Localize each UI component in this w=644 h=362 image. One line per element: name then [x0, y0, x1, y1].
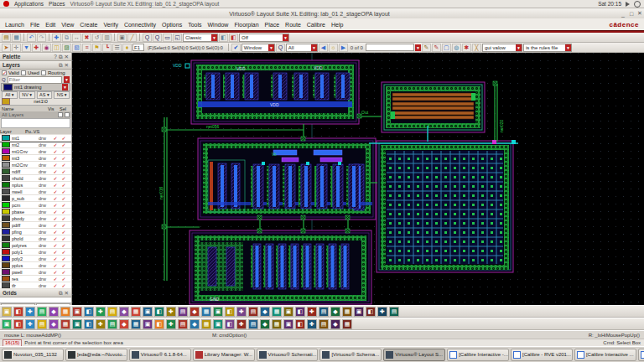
layout-tool-icon[interactable]: ▤	[37, 307, 47, 317]
layer-select-checkbox[interactable]: ✓	[60, 235, 68, 241]
layer-row-ndiff[interactable]: ndiffdrw✓✓	[0, 168, 71, 175]
layout-tool-icon[interactable]: ▤	[178, 319, 188, 329]
layer-select-checkbox[interactable]: ✓	[60, 135, 68, 141]
layout-tool-icon[interactable]: ◧	[295, 307, 305, 317]
layout-tool-icon[interactable]: ◧	[366, 307, 376, 317]
search-combo-arrow-icon[interactable]: ▼	[415, 44, 421, 51]
layout-tool-icon[interactable]: ▦	[342, 307, 352, 317]
search-icon[interactable]: Q	[276, 44, 285, 52]
pad-icon[interactable]: ▧	[72, 44, 81, 52]
menu-view[interactable]: View	[61, 22, 74, 28]
menu-connectivity[interactable]: Connectivity	[124, 22, 156, 28]
layer-visible-checkbox[interactable]: ✓	[51, 229, 60, 235]
layout-tool-icon[interactable]: ▣	[143, 307, 153, 317]
grids-section-header[interactable]: Grids ⧉✕	[0, 289, 71, 297]
palette-icon[interactable]: ◫	[52, 44, 61, 52]
layout-tool-icon[interactable]: ✚	[377, 307, 387, 317]
layout-tool-icon[interactable]: ▣	[283, 307, 293, 317]
undock-icon[interactable]: ⧉	[59, 54, 63, 60]
brush2-icon[interactable]: ✎	[432, 44, 441, 52]
layer-select-checkbox[interactable]: ✓	[60, 249, 68, 255]
lamp-icon[interactable]: ♦	[122, 44, 132, 52]
active-layer-combo[interactable]: mt1 drawing ▼	[1, 83, 70, 91]
layer-visible-checkbox[interactable]: ✓	[51, 269, 60, 275]
layer-select-checkbox[interactable]: ✓	[60, 168, 68, 174]
f-key-field[interactable]	[132, 44, 144, 51]
applications-menu[interactable]: Applications	[14, 1, 44, 7]
menu-create[interactable]: Create	[80, 22, 97, 28]
net-group-tab[interactable]: net1\0	[12, 99, 70, 104]
layout-tool-icon[interactable]: ▣	[72, 319, 82, 329]
layout-tool-icon[interactable]: ✚	[166, 319, 176, 329]
layer-row-mt1Cnv[interactable]: mt1Cnvdrw✓✓	[0, 148, 71, 155]
maximize-button[interactable]: □	[627, 11, 636, 17]
cross-icon[interactable]: ✚	[32, 44, 41, 52]
layout-tool-icon[interactable]: ✚	[236, 307, 247, 317]
menu-route[interactable]: Route	[285, 22, 301, 28]
layer-visible-checkbox[interactable]: ✓	[51, 175, 60, 181]
layer-select-checkbox[interactable]: ✓	[60, 182, 68, 188]
layer-visible-checkbox[interactable]: ✓	[51, 182, 60, 188]
layer-visible-checkbox[interactable]: ✓	[51, 262, 60, 268]
assura-mode-combo[interactable]: Off▼	[239, 34, 289, 42]
vis-combo-nv[interactable]: NV ▾	[19, 91, 35, 99]
layout-tool-icon[interactable]: ✚	[25, 319, 35, 329]
flag-icon[interactable]: ⚑	[92, 44, 101, 52]
all-layers-row[interactable]: All Layers	[2, 112, 56, 117]
taskbar-window[interactable]: [Calibre Interactive -...	[447, 349, 509, 361]
zoom-fit-icon[interactable]: ▭	[163, 34, 172, 42]
probe-icon[interactable]: ◉	[42, 44, 51, 52]
layout-tool-icon[interactable]: ◧	[13, 319, 23, 329]
layer-visible-checkbox[interactable]: ✓	[51, 195, 60, 201]
taskbar-window[interactable]: [Virtuoso® Schema...	[319, 349, 382, 361]
layer-visible-checkbox[interactable]: ✓	[51, 202, 60, 208]
distro-menu-icon[interactable]	[3, 1, 9, 7]
layout-tool-icon[interactable]: ▤	[389, 307, 399, 317]
layer-select-checkbox[interactable]: ✓	[60, 202, 68, 208]
move-icon[interactable]: ✚	[52, 34, 61, 42]
taskbar-window[interactable]: Virtuoso® 6.1.8-64...	[129, 349, 191, 361]
pin-icon[interactable]: ▼	[22, 44, 31, 52]
layer-select-checkbox[interactable]: ✓	[60, 162, 68, 168]
power-icon[interactable]	[634, 1, 641, 8]
minimize-button[interactable]: _	[619, 11, 627, 17]
layout-tool-icon[interactable]: ▤	[248, 319, 258, 329]
layout-tool-icon[interactable]: ▣	[2, 307, 12, 317]
star-icon[interactable]: ✱	[462, 44, 471, 52]
blockage-icon[interactable]: ▨	[62, 44, 71, 52]
layer-select-checkbox[interactable]: ✓	[60, 195, 68, 201]
taskbar-window[interactable]: [Calibre - RVE v201...	[638, 349, 644, 361]
layout-tool-icon[interactable]: ◆	[119, 319, 129, 329]
layout-tool-icon[interactable]: ◆	[190, 307, 200, 317]
layer-row-nhold[interactable]: nholddrw✓✓	[0, 175, 71, 182]
layer-row-poly2[interactable]: poly2drw✓✓	[0, 256, 71, 262]
snap-icon[interactable]: ✛	[12, 44, 21, 52]
used-checkbox[interactable]	[21, 70, 26, 75]
highlight-icon[interactable]: ☼	[329, 44, 338, 52]
menu-launch[interactable]: Launch	[5, 22, 24, 28]
taskbar-window[interactable]: [eda@eda:~/Nuvoto...	[65, 349, 127, 361]
filter-all-combo[interactable]: All▼	[286, 44, 318, 52]
layer-visible-checkbox[interactable]: ✓	[51, 148, 60, 154]
layer-visible-checkbox[interactable]: ✓	[51, 142, 60, 147]
layout-tool-icon[interactable]: ▦	[60, 319, 70, 329]
layer-select-checkbox[interactable]: ✓	[60, 282, 68, 288]
brush-icon[interactable]: ✎	[422, 44, 431, 52]
layer-row-pcm[interactable]: pcmdrw✓✓	[0, 202, 71, 209]
layer-select-checkbox[interactable]: ✓	[60, 155, 68, 161]
layout-tool-icon[interactable]: ▣	[72, 307, 82, 317]
select-mode-icon[interactable]: ➤	[2, 44, 11, 52]
layer-row-phold[interactable]: pholddrw✓✓	[0, 235, 71, 242]
menu-options[interactable]: Options	[162, 22, 182, 28]
redraw-icon[interactable]: ◱	[173, 34, 182, 42]
layer-select-checkbox[interactable]: ✓	[60, 229, 68, 235]
layer-select-checkbox[interactable]: ✓	[60, 222, 68, 228]
filter-combo-arrow-icon[interactable]: ▼	[64, 76, 70, 83]
layer-row-pplus[interactable]: pplusdrw✓✓	[0, 262, 71, 269]
taskbar-window[interactable]: Nuvoton_035_1132	[2, 349, 64, 361]
search-text-field[interactable]	[366, 44, 414, 51]
layer-select-checkbox[interactable]: ✓	[60, 142, 68, 147]
layout-tool-icon[interactable]: ▦	[60, 307, 70, 317]
layer-visible-checkbox[interactable]: ✓	[51, 189, 60, 194]
layer-red-icon[interactable]: ◧	[229, 34, 238, 42]
